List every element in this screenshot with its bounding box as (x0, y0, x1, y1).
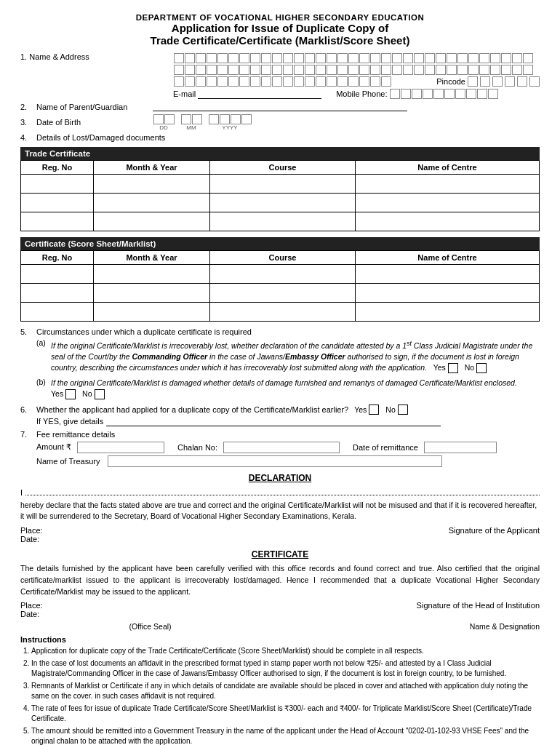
cell-reg-no[interactable] (21, 284, 94, 303)
char-box[interactable] (512, 53, 522, 63)
char-box[interactable] (479, 53, 489, 63)
char-box[interactable] (196, 53, 206, 63)
char-box[interactable] (425, 65, 435, 75)
char-box[interactable] (468, 65, 479, 75)
char-box[interactable] (501, 53, 511, 63)
cell-course[interactable] (210, 194, 356, 212)
mobile-box[interactable] (466, 89, 476, 99)
char-box[interactable] (523, 53, 533, 63)
cell-month-year[interactable] (94, 265, 210, 284)
char-box[interactable] (294, 65, 304, 75)
char-box[interactable] (501, 65, 511, 75)
char-box[interactable] (490, 53, 500, 63)
char-box[interactable] (359, 53, 369, 63)
char-box[interactable] (174, 76, 184, 87)
char-box[interactable] (348, 65, 359, 75)
char-box[interactable] (337, 53, 348, 63)
cell-centre[interactable] (356, 194, 540, 212)
char-box[interactable] (174, 65, 184, 75)
item6-details-input[interactable] (106, 417, 441, 426)
char-box[interactable] (239, 76, 249, 87)
char-box[interactable] (217, 76, 228, 87)
char-box[interactable] (327, 76, 337, 87)
mobile-box[interactable] (423, 89, 433, 99)
char-box[interactable] (523, 65, 533, 75)
item6-no-box[interactable] (398, 405, 408, 415)
mobile-box[interactable] (477, 89, 487, 99)
char-box[interactable] (272, 76, 282, 87)
char-box[interactable] (479, 65, 489, 75)
char-box[interactable] (294, 53, 304, 63)
cell-reg-no[interactable] (21, 212, 94, 231)
char-box[interactable] (414, 53, 424, 63)
char-box[interactable] (272, 65, 282, 75)
mobile-box[interactable] (455, 89, 465, 99)
cell-course[interactable] (210, 265, 356, 284)
char-box[interactable] (414, 65, 424, 75)
pincode-box[interactable] (517, 76, 527, 87)
item5b-no-box[interactable] (95, 389, 105, 399)
char-box[interactable] (490, 65, 500, 75)
dob-mm-box[interactable] (192, 114, 202, 124)
char-box[interactable] (217, 65, 228, 75)
pincode-box[interactable] (468, 76, 478, 87)
char-box[interactable] (348, 53, 359, 63)
char-box[interactable] (457, 53, 468, 63)
mobile-box[interactable] (390, 89, 400, 99)
cell-course[interactable] (210, 175, 356, 194)
char-box[interactable] (185, 65, 195, 75)
char-box[interactable] (250, 65, 260, 75)
char-box[interactable] (447, 65, 457, 75)
char-box[interactable] (196, 65, 206, 75)
dob-yyyy-box[interactable] (209, 114, 219, 124)
char-box[interactable] (305, 65, 315, 75)
item6-yes-box[interactable] (369, 405, 379, 415)
dob-yyyy-box[interactable] (220, 114, 230, 124)
dob-yyyy-box[interactable] (231, 114, 241, 124)
char-box[interactable] (316, 53, 326, 63)
cell-centre[interactable] (356, 284, 540, 303)
char-box[interactable] (392, 53, 402, 63)
pincode-box[interactable] (529, 76, 540, 87)
char-box[interactable] (370, 76, 380, 87)
char-box[interactable] (348, 76, 359, 87)
parent-guardian-input[interactable] (153, 102, 407, 111)
char-box[interactable] (228, 65, 239, 75)
char-box[interactable] (217, 53, 228, 63)
char-box[interactable] (316, 76, 326, 87)
item5a-no-box[interactable] (476, 363, 487, 373)
char-box[interactable] (392, 65, 402, 75)
chalan-input[interactable] (223, 442, 340, 453)
char-box[interactable] (327, 53, 337, 63)
pincode-box[interactable] (505, 76, 515, 87)
char-box[interactable] (403, 53, 413, 63)
char-box[interactable] (359, 76, 369, 87)
cell-reg-no[interactable] (21, 194, 94, 212)
char-box[interactable] (207, 76, 217, 87)
char-box[interactable] (436, 53, 446, 63)
cell-centre[interactable] (356, 212, 540, 231)
char-box[interactable] (207, 53, 217, 63)
dob-mm-box[interactable] (181, 114, 191, 124)
char-box[interactable] (337, 76, 348, 87)
cell-month-year[interactable] (94, 212, 210, 231)
char-box[interactable] (239, 53, 249, 63)
char-box[interactable] (381, 65, 391, 75)
cell-course[interactable] (210, 212, 356, 231)
char-box[interactable] (207, 65, 217, 75)
char-box[interactable] (261, 53, 271, 63)
char-box[interactable] (457, 65, 468, 75)
cell-centre[interactable] (356, 175, 540, 194)
amount-input[interactable] (77, 442, 164, 453)
treasury-input[interactable] (108, 455, 442, 467)
cell-reg-no[interactable] (21, 175, 94, 194)
char-box[interactable] (239, 65, 249, 75)
char-box[interactable] (305, 53, 315, 63)
char-box[interactable] (370, 65, 380, 75)
cell-month-year[interactable] (94, 303, 210, 322)
char-box[interactable] (196, 76, 206, 87)
char-box[interactable] (381, 76, 391, 87)
char-box[interactable] (381, 53, 391, 63)
cell-month-year[interactable] (94, 284, 210, 303)
cell-course[interactable] (210, 303, 356, 322)
